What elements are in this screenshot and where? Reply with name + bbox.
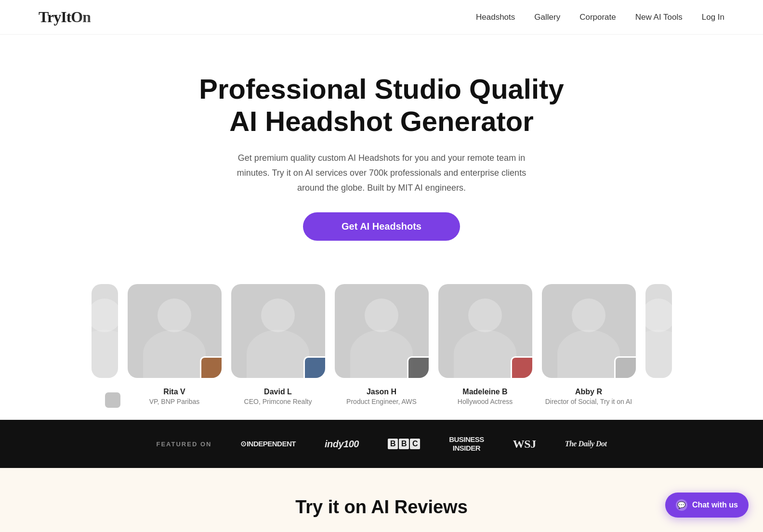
card-name-david: David L bbox=[231, 388, 325, 396]
nav-gallery[interactable]: Gallery bbox=[534, 13, 560, 22]
gallery-card-jason: Jason H Product Engineer, AWS bbox=[335, 284, 429, 405]
card-name-madeleine: Madeleine B bbox=[438, 388, 532, 396]
card-title-jason: Product Engineer, AWS bbox=[335, 398, 429, 405]
bbc-b1: B bbox=[388, 439, 398, 449]
gallery-card-partial-right bbox=[645, 284, 672, 405]
press-wsj: WSJ bbox=[513, 438, 536, 451]
press-business-insider: BUSINESSINSIDER bbox=[449, 435, 484, 453]
reviews-section: Try it on AI Reviews bbox=[0, 468, 763, 532]
logo[interactable]: TryItOn bbox=[39, 8, 91, 26]
card-title-david: CEO, Primcone Realty bbox=[231, 398, 325, 405]
press-daily-dot: The Daily Dot bbox=[565, 440, 607, 448]
gallery-card-partial-left bbox=[92, 284, 118, 405]
press-indy100: indy100 bbox=[325, 439, 359, 450]
header: TryItOn Headshots Gallery Corporate New … bbox=[0, 0, 763, 35]
gallery-strip: Rita V VP, BNP Paribas David L CEO, Prim… bbox=[0, 260, 763, 420]
chat-button[interactable]: 💬 Chat with us bbox=[665, 493, 749, 518]
nav-new-ai-tools[interactable]: New AI Tools bbox=[635, 13, 683, 22]
chat-label: Chat with us bbox=[692, 501, 738, 509]
gallery-card-rita: Rita V VP, BNP Paribas bbox=[128, 284, 222, 405]
card-name-rita: Rita V bbox=[128, 388, 222, 396]
press-bbc: B B C bbox=[388, 439, 420, 449]
get-ai-headshots-button[interactable]: Get AI Headshots bbox=[303, 212, 460, 241]
nav: Headshots Gallery Corporate New AI Tools… bbox=[476, 13, 724, 22]
nav-headshots[interactable]: Headshots bbox=[476, 13, 515, 22]
nav-corporate[interactable]: Corporate bbox=[579, 13, 616, 22]
reviews-title: Try it on AI Reviews bbox=[29, 497, 734, 518]
card-name-abby: Abby R bbox=[542, 388, 636, 396]
hero-subtitle: Get premium quality custom AI Headshots … bbox=[232, 151, 531, 195]
chat-icon: 💬 bbox=[676, 499, 687, 511]
gallery-card-david: David L CEO, Primcone Realty bbox=[231, 284, 325, 405]
featured-strip: FEATURED ON ⊙INDEPENDENT indy100 B B C B… bbox=[0, 420, 763, 468]
logo-text: TryItOn bbox=[39, 8, 91, 26]
gallery-card-madeleine: Madeleine B Hollywood Actress bbox=[438, 284, 532, 405]
gallery-section: Rita V VP, BNP Paribas David L CEO, Prim… bbox=[0, 260, 763, 420]
bbc-c: C bbox=[410, 439, 420, 449]
featured-label: FEATURED ON bbox=[156, 441, 211, 448]
card-title-abby: Director of Social, Try it on AI bbox=[542, 398, 636, 405]
hero-title: Professional Studio Quality AI Headshot … bbox=[174, 73, 589, 137]
card-title-rita: VP, BNP Paribas bbox=[128, 398, 222, 405]
gallery-card-abby: Abby R Director of Social, Try it on AI bbox=[542, 284, 636, 405]
nav-login[interactable]: Log In bbox=[702, 13, 724, 22]
card-title-madeleine: Hollywood Actress bbox=[438, 398, 532, 405]
card-name-jason: Jason H bbox=[335, 388, 429, 396]
hero-section: Professional Studio Quality AI Headshot … bbox=[165, 35, 598, 260]
bbc-b2: B bbox=[399, 439, 409, 449]
press-independent: ⊙INDEPENDENT bbox=[240, 440, 296, 448]
